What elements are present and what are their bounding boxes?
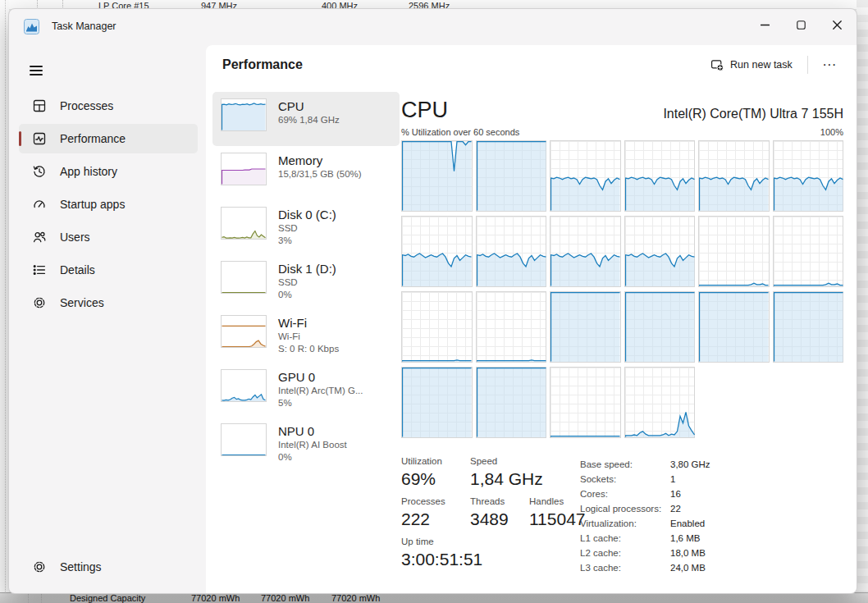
window-controls [747, 11, 855, 39]
device-name: GPU 0 [278, 369, 363, 385]
device-detail: 0% [278, 289, 336, 301]
sidebar-nav: Processes Performance App history Startu… [19, 91, 198, 321]
stat-uptime: Up time 3:00:51:51 [401, 537, 482, 569]
sidebar-item-label: Services [60, 296, 104, 309]
device-name: Wi-Fi [278, 315, 339, 331]
core-graph-2 [550, 140, 621, 212]
minimize-button[interactable] [747, 11, 783, 39]
device-detail: Intel(R) AI Boost [278, 439, 347, 451]
device-item-cpu[interactable]: CPU 69% 1,84 GHz [212, 92, 400, 146]
core-graph-15 [624, 291, 696, 363]
device-detail: 5% [278, 397, 363, 409]
device-item-disk0[interactable]: Disk 0 (C:) SSD 3% [212, 200, 400, 254]
tree-guide [28, 593, 29, 603]
bg-cell: 77020 mWh [191, 593, 240, 603]
core-graph-19 [476, 367, 547, 438]
tree-guide [41, 593, 42, 603]
sidebar-item-label: App history [60, 165, 117, 178]
performance-icon [32, 131, 47, 146]
sidebar-item-label: Details [60, 263, 95, 276]
core-graph-6 [401, 216, 473, 287]
memory-mini-graph [221, 153, 267, 185]
window-titlebar: Task Manager [9, 9, 857, 45]
sidebar-item-startup-apps[interactable]: Startup apps [19, 190, 198, 219]
device-name: Disk 0 (C:) [278, 207, 336, 222]
sidebar-settings: Settings [19, 552, 198, 585]
gear-icon [32, 560, 47, 574]
core-graph-17 [773, 291, 844, 363]
device-item-disk1[interactable]: Disk 1 (D:) SSD 0% [212, 254, 400, 308]
spec-row: Virtualization:Enabled [580, 516, 843, 531]
cpu-model-name: Intel(R) Core(TM) Ultra 7 155H [663, 107, 843, 121]
device-item-wifi[interactable]: Wi-Fi Wi-Fi S: 0 R: 0 Kbps [212, 308, 400, 363]
header-divider [807, 56, 808, 74]
device-name: Memory [278, 153, 362, 168]
close-button[interactable] [819, 11, 855, 39]
sidebar-item-label: Settings [60, 560, 102, 573]
sidebar-item-services[interactable]: Services [19, 288, 198, 317]
cpu-panel-title: CPU [401, 96, 448, 124]
sidebar-item-app-history[interactable]: App history [19, 157, 198, 186]
processes-icon [32, 98, 47, 113]
core-graph-9 [624, 216, 696, 287]
core-graph-11 [773, 216, 844, 287]
run-new-task-icon [710, 58, 724, 71]
cpu-specs: Base speed:3,80 GHz Sockets:1 Cores:16 L… [580, 456, 843, 577]
device-item-gpu0[interactable]: GPU 0 Intel(R) Arc(TM) G... 5% [212, 363, 400, 417]
cpu-stats: Utilization 69% Speed 1,84 GHz Processes [401, 456, 843, 577]
gpu0-mini-graph [221, 369, 267, 402]
run-new-task-label: Run new task [730, 59, 793, 71]
device-detail: 0% [278, 451, 347, 464]
page-header: Performance Run new task ... [206, 45, 857, 85]
device-detail: 69% 1,84 GHz [278, 114, 340, 126]
core-graph-20 [550, 367, 621, 438]
device-name: Disk 1 (D:) [278, 261, 336, 276]
sidebar-item-processes[interactable]: Processes [19, 91, 198, 121]
device-item-memory[interactable]: Memory 15,8/31,5 GB (50%) [212, 146, 400, 200]
history-icon [32, 164, 47, 179]
core-graph-13 [476, 291, 547, 363]
more-options-button[interactable]: ... [815, 53, 845, 76]
cpu-detail-panel: CPU Intel(R) Core(TM) Ultra 7 155H % Uti… [401, 89, 843, 593]
page-title: Performance [222, 57, 702, 72]
core-graph-14 [550, 291, 621, 363]
task-manager-app-icon [24, 19, 39, 34]
core-graph-8 [550, 216, 621, 287]
sidebar-item-label: Performance [60, 132, 126, 145]
sidebar-item-performance[interactable]: Performance [19, 124, 198, 153]
maximize-button[interactable] [783, 11, 819, 39]
disk1-mini-graph [221, 261, 267, 294]
stat-threads: Threads 3489 [470, 496, 529, 529]
cpu-mini-graph [221, 98, 267, 131]
sidebar-item-settings[interactable]: Settings [19, 552, 198, 582]
wifi-mini-graph [221, 315, 267, 348]
core-graph-0 [401, 140, 473, 212]
device-detail: SSD [278, 222, 336, 235]
device-name: NPU 0 [278, 423, 347, 439]
spec-row: L3 cache:24,0 MB [580, 560, 843, 575]
desktop-background: LP Core #15 947 MHz 400 MHz 2596 MHz Des… [0, 0, 868, 603]
speedometer-icon [32, 197, 47, 212]
performance-device-list: CPU 69% 1,84 GHz Memory 15,8/31,5 GB (50… [212, 92, 400, 471]
spec-row: L2 cache:18,0 MB [580, 546, 843, 560]
core-graph-12 [401, 291, 473, 363]
device-detail: Wi-Fi [278, 331, 339, 343]
stat-utilization: Utilization 69% [401, 456, 470, 489]
spec-row: Cores:16 [580, 487, 843, 501]
sidebar-item-label: Users [60, 231, 90, 244]
device-detail: Intel(R) Arc(TM) G... [278, 385, 363, 397]
device-detail: 3% [278, 235, 336, 247]
details-list-icon [32, 263, 47, 277]
sidebar-item-details[interactable]: Details [19, 255, 198, 285]
axis-max-label: 100% [820, 127, 843, 137]
sidebar: Processes Performance App history Startu… [9, 45, 206, 593]
bg-cell: Designed Capacity [70, 593, 145, 603]
sidebar-item-label: Startup apps [60, 198, 125, 211]
menu-icon[interactable] [21, 57, 52, 85]
sidebar-item-users[interactable]: Users [19, 222, 198, 252]
run-new-task-button[interactable]: Run new task [702, 53, 801, 76]
device-item-npu0[interactable]: NPU 0 Intel(R) AI Boost 0% [212, 417, 400, 471]
disk0-mini-graph [221, 207, 267, 240]
sidebar-item-label: Processes [60, 99, 113, 112]
core-graph-21 [624, 367, 696, 438]
